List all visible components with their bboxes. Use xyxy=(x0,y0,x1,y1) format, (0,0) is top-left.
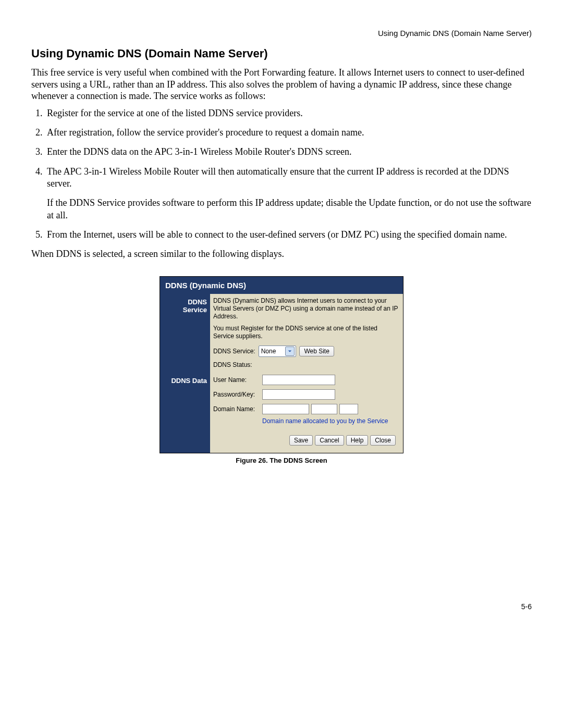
step-text: Register for the service at one of the l… xyxy=(47,108,303,118)
ddns-panel: DDNS (Dynamic DNS) DDNS Service DDNS (Dy… xyxy=(160,276,403,453)
ddns-status-label: DDNS Status: xyxy=(213,361,252,368)
username-label: User Name: xyxy=(213,376,259,384)
ddns-data-section: DDNS Data User Name: Password/Key: Domai… xyxy=(160,372,403,453)
ddns-service-desc2: You must Register for the DDNS service a… xyxy=(213,325,400,340)
ddns-service-field-label: DDNS Service: xyxy=(213,348,255,355)
ddns-data-sidelabel: DDNS Data xyxy=(160,372,210,453)
ddns-service-select-value: None xyxy=(261,348,276,355)
ddns-panel-title: DDNS (Dynamic DNS) xyxy=(160,277,403,294)
step-note: If the DDNS Service provides software to… xyxy=(47,197,532,221)
document-page: Using Dynamic DNS (Domain Name Server) U… xyxy=(0,0,563,728)
domain-input-3[interactable] xyxy=(339,404,358,414)
username-input[interactable] xyxy=(262,375,335,385)
step-text: Enter the DDNS data on the APC 3-in-1 Wi… xyxy=(47,146,352,157)
domain-label: Domain Name: xyxy=(213,405,259,413)
step-text: The APC 3-in-1 Wireless Mobile Router wi… xyxy=(47,166,509,189)
page-number: 5-6 xyxy=(521,602,532,611)
step-3: Enter the DDNS data on the APC 3-in-1 Wi… xyxy=(45,146,532,158)
domain-inputs xyxy=(262,404,400,414)
step-1: Register for the service at one of the l… xyxy=(45,107,532,119)
cancel-button[interactable]: Cancel xyxy=(315,435,344,446)
step-text: From the Internet, users will be able to… xyxy=(47,229,507,240)
running-head: Using Dynamic DNS (Domain Name Server) xyxy=(31,29,532,38)
ddns-service-desc1: DDNS (Dynamic DNS) allows Internet users… xyxy=(213,297,400,320)
domain-input-2[interactable] xyxy=(311,404,337,414)
figure-caption: Figure 26. The DDNS Screen xyxy=(160,456,403,464)
domain-input-1[interactable] xyxy=(262,404,309,414)
chevron-down-icon xyxy=(285,347,295,356)
lead-in-paragraph: When DDNS is selected, a screen similar … xyxy=(31,249,532,260)
domain-hint: Domain name allocated to you by the Serv… xyxy=(262,417,400,425)
ddns-service-select[interactable]: None xyxy=(259,346,297,357)
password-input[interactable] xyxy=(262,389,335,400)
step-2: After registration, follow the service p… xyxy=(45,127,532,139)
section-title: Using Dynamic DNS (Domain Name Server) xyxy=(31,47,532,60)
save-button[interactable]: Save xyxy=(289,435,313,446)
step-text: After registration, follow the service p… xyxy=(47,127,364,138)
procedure-list: Register for the service at one of the l… xyxy=(31,107,532,241)
website-button[interactable]: Web Site xyxy=(299,346,334,356)
password-label: Password/Key: xyxy=(213,391,259,398)
step-4: The APC 3-in-1 Wireless Mobile Router wi… xyxy=(45,166,532,222)
intro-paragraph: This free service is very useful when co… xyxy=(31,67,532,102)
ddns-service-section: DDNS Service DDNS (Dynamic DNS) allows I… xyxy=(160,294,403,372)
button-bar: Save Cancel Help Close xyxy=(213,425,400,450)
figure-wrap: DDNS (Dynamic DNS) DDNS Service DDNS (Dy… xyxy=(31,276,532,464)
step-5: From the Internet, users will be able to… xyxy=(45,229,532,241)
ddns-service-sidelabel: DDNS Service xyxy=(160,294,210,372)
close-button[interactable]: Close xyxy=(370,435,396,446)
help-button[interactable]: Help xyxy=(346,435,369,446)
